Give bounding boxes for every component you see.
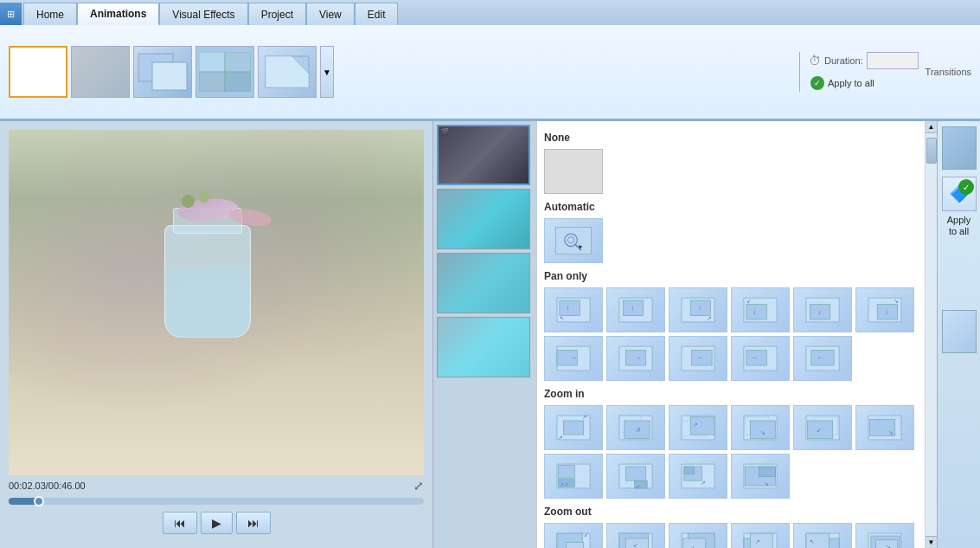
timeline-thumb-2[interactable] [437, 189, 530, 249]
apply-all-button[interactable]: ✓ Apply to all [809, 74, 919, 92]
svg-rect-3 [225, 52, 251, 72]
scroll-down-button[interactable]: ▼ [926, 536, 937, 548]
tab-visual-effects[interactable]: Visual Effects [159, 3, 247, 25]
main-area: 00:02.03/00:46.00 ⤢ ⏮ ▶ ⏭ 🎬 [0, 121, 980, 548]
effect-zo-4[interactable]: ↗ [731, 523, 790, 548]
effect-pan-dc[interactable]: ↓ [793, 287, 852, 332]
svg-text:↗: ↗ [707, 315, 712, 321]
svg-rect-84 [684, 467, 695, 474]
svg-rect-5 [225, 72, 251, 92]
tab-animations[interactable]: Animations [77, 3, 159, 25]
effect-pan-dr[interactable]: ↓ ↘ [855, 287, 914, 332]
svg-text:↓: ↓ [817, 307, 821, 316]
progress-knob[interactable] [34, 496, 44, 506]
rewind-button[interactable]: ⏮ [163, 512, 197, 534]
effect-pan-lr[interactable]: ← [669, 336, 727, 381]
svg-text:←: ← [697, 353, 705, 362]
transition-thumb-none[interactable] [9, 46, 67, 98]
effect-zi-2[interactable]: ↺ [606, 405, 665, 450]
duration-input[interactable] [867, 52, 919, 69]
ribbon: ⊞ Home Animations Visual Effects Project… [0, 0, 980, 121]
ribbon-content: ▼ ⏱ Duration: ✓ Apply to all Transitions [0, 25, 980, 120]
svg-text:→: → [635, 353, 643, 362]
apply-button[interactable]: ✓ 🔷 [942, 177, 977, 211]
transition-thumb-slide[interactable] [133, 46, 192, 98]
effect-zo-3[interactable]: ↙ [669, 523, 727, 548]
effect-pan-ur[interactable]: ↑ ↗ [669, 287, 727, 332]
effect-zi-9[interactable]: ↗ [669, 454, 727, 499]
svg-text:↺: ↺ [636, 426, 641, 434]
svg-text:→: → [570, 353, 578, 362]
app-menu-button[interactable]: ⊞ [0, 3, 22, 25]
svg-text:↙: ↙ [633, 541, 638, 548]
transition-thumb-fade[interactable] [71, 46, 130, 98]
effect-zi-7[interactable]: ↗↗ [544, 454, 603, 499]
forward-button[interactable]: ⏭ [236, 512, 271, 534]
effect-none[interactable] [544, 149, 603, 194]
svg-text:↘: ↘ [760, 429, 765, 435]
svg-text:↓: ↓ [753, 307, 756, 316]
progress-bar[interactable] [9, 498, 424, 505]
svg-text:↓: ↓ [885, 307, 888, 316]
svg-text:↘: ↘ [886, 544, 891, 548]
transition-thumb-tile[interactable] [195, 46, 254, 98]
svg-rect-105 [750, 533, 772, 548]
effect-pan-rl[interactable]: → [544, 336, 603, 381]
svg-text:↙: ↙ [746, 298, 752, 304]
timeline-thumb-1[interactable]: 🎬 [437, 125, 530, 185]
effect-zi-6[interactable]: ↘ [855, 405, 914, 450]
effect-zo-1[interactable]: ↙ ↙ [544, 523, 603, 548]
expand-icon[interactable]: ⤢ [413, 479, 424, 493]
svg-rect-2 [199, 52, 225, 72]
effect-zo-5[interactable]: ↖ [793, 523, 852, 548]
timeline-thumb-3[interactable] [437, 253, 530, 313]
svg-text:↖: ↖ [560, 315, 565, 321]
effect-pan-l[interactable]: ← [731, 336, 790, 381]
svg-text:↘: ↘ [764, 480, 769, 487]
apply-green-badge: ✓ [958, 179, 974, 195]
play-button[interactable]: ▶ [201, 512, 233, 534]
tab-home[interactable]: Home [23, 3, 77, 25]
playback-controls: ⏮ ▶ ⏭ [9, 506, 424, 539]
duration-row: ⏱ Duration: [809, 52, 919, 69]
timeline-thumb-4[interactable] [437, 317, 530, 377]
transition-thumb-diagonal[interactable] [258, 46, 317, 98]
svg-text:↗: ↗ [755, 538, 760, 545]
svg-text:↙: ↙ [636, 484, 640, 489]
tab-edit[interactable]: Edit [355, 3, 399, 25]
svg-text:↑: ↑ [566, 304, 569, 313]
effect-zi-5[interactable]: ↙ [793, 405, 852, 450]
svg-text:↙: ↙ [690, 544, 695, 548]
section-none: None [544, 128, 919, 194]
scroll-handle[interactable] [926, 138, 937, 164]
effect-zi-3[interactable]: ↗ [669, 405, 727, 450]
tab-project[interactable]: Project [248, 3, 306, 25]
effect-zi-1[interactable]: ↗ ↗ [544, 405, 603, 450]
effect-pan-ul[interactable]: ↑ ↖ [544, 287, 603, 332]
effect-automatic[interactable] [544, 218, 603, 263]
effect-pan-uc[interactable]: ↑ [606, 287, 665, 332]
effects-panel-scrollbar[interactable]: ▲ ▼ [925, 121, 937, 548]
transition-thumbs-group: ▼ [9, 46, 792, 98]
effect-pan-dl[interactable]: ↓ ↙ [731, 287, 790, 332]
scroll-up-button[interactable]: ▲ [926, 121, 937, 133]
tab-view[interactable]: View [306, 3, 355, 25]
effect-zi-4[interactable]: ↘ [731, 405, 790, 450]
section-zoom-out: Zoom out ↙ ↙ [544, 502, 919, 548]
effect-zi-10[interactable]: ↘ [731, 454, 790, 499]
effect-pan-rr[interactable]: → [606, 336, 665, 381]
effect-zi-8[interactable]: ↙ [606, 454, 665, 499]
svg-rect-8 [555, 228, 591, 255]
svg-text:↑: ↑ [631, 304, 634, 313]
effect-zo-6[interactable]: ↘ [855, 523, 914, 548]
grid-icon: ⊞ [7, 9, 15, 20]
transitions-scroll-arrow[interactable]: ▼ [320, 46, 334, 98]
svg-rect-79 [625, 467, 645, 480]
scroll-track [926, 133, 937, 536]
effect-zo-2[interactable]: ↙ [606, 523, 665, 548]
svg-text:↘: ↘ [894, 298, 899, 304]
svg-text:←: ← [817, 353, 824, 362]
effect-pan-le[interactable]: ← [793, 336, 852, 381]
apply-col-thumb-bottom [942, 310, 977, 353]
effects-scroll-area[interactable]: None Automatic [537, 121, 937, 548]
